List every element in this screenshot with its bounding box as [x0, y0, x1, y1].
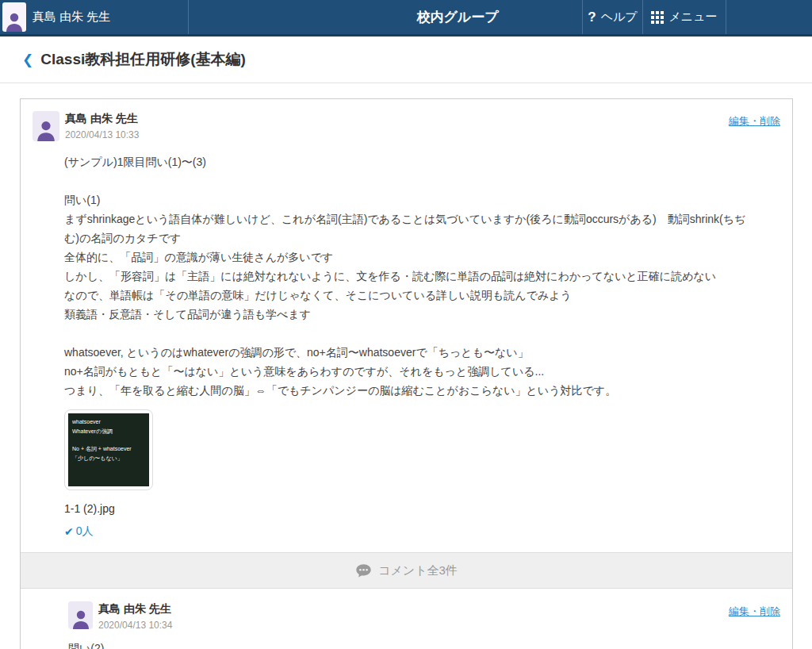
header-user[interactable]: 真島 由朱 先生	[0, 0, 189, 34]
post-body: (サンプル)1限目問い(1)〜(3) 問い(1) まずshrinkageという語…	[64, 152, 756, 400]
post-body-line: 全体的に、「品詞」の意識が薄い生徒さんが多いです	[64, 248, 756, 267]
attachment-preview-image: whatsoever Whateverの強調 No + 名詞 + whatsoe…	[68, 413, 149, 486]
post-body-line	[64, 171, 756, 190]
comment-bubble-icon	[355, 563, 372, 579]
post-author-info: 真島 由朱 先生 2020/04/13 10:33	[65, 111, 139, 140]
help-button[interactable]: ? ヘルプ	[582, 0, 642, 34]
comment-author-avatar-icon	[68, 601, 93, 629]
question-mark-icon: ?	[588, 10, 596, 25]
back-chevron-icon[interactable]: ❮	[22, 52, 33, 68]
header-user-name: 真島 由朱 先生	[33, 10, 110, 25]
post-body-line: no+名詞がもともと「〜はない」という意味をあらわすのですが、それをもっと強調し…	[64, 362, 756, 381]
post-body-line: しかし、「形容詞」は「主語」には絶対なれないように、文を作る・読む際に単語の品詞…	[64, 267, 756, 286]
post-body-line: まずshrinkageという語自体が難しいけど、これが名詞(主語)であることは気…	[64, 209, 756, 248]
post-author-name: 真島 由朱 先生	[65, 112, 139, 126]
post-body-line: 類義語・反意語・そして品詞が違う語も学べます	[64, 305, 756, 324]
main-content: 真島 由朱 先生 2020/04/13 10:33 編集・削除 (サンプル)1限…	[0, 83, 812, 649]
attachment-thumbnail[interactable]: whatsoever Whateverの強調 No + 名詞 + whatsoe…	[64, 409, 780, 490]
post-body-line: なので、単語帳は「その単語の意味」だけじゃなくて、そこについている詳しい説明も読…	[64, 286, 756, 305]
attachment-filename: 1-1 (2).jpg	[64, 502, 780, 515]
comment-count-label: コメント全3件	[378, 563, 458, 578]
header-spacer	[726, 0, 812, 34]
attachment-thumbnail-frame: whatsoever Whateverの強調 No + 名詞 + whatsoe…	[64, 409, 153, 490]
help-label: ヘルプ	[601, 10, 638, 25]
post-card: 真島 由朱 先生 2020/04/13 10:33 編集・削除 (サンプル)1限…	[20, 98, 793, 649]
comment-timestamp: 2020/04/13 10:34	[98, 620, 172, 631]
attachment-preview-line	[72, 437, 145, 443]
post-body-line: whatsoever, というのはwhateverの強調の形で、no+名詞〜wh…	[64, 343, 756, 362]
comment-item: 真島 由朱 先生 2020/04/13 10:34 編集・削除 問い(2)	[21, 589, 792, 649]
post: 真島 由朱 先生 2020/04/13 10:33 編集・削除 (サンプル)1限…	[21, 99, 792, 539]
post-author-avatar-icon	[33, 111, 59, 141]
menu-label: メニュー	[668, 10, 717, 25]
attachment-preview-line: 「少しの〜もない」	[72, 455, 145, 462]
post-body-line: (サンプル)1限目問い(1)〜(3)	[64, 152, 756, 171]
page-title: Classi教科担任用研修(基本編)	[40, 49, 246, 70]
comment-body: 問い(2)	[68, 642, 780, 649]
menu-button[interactable]: メニュー	[642, 0, 726, 34]
comment-author-info: 真島 由朱 先生 2020/04/13 10:34	[98, 601, 172, 631]
menu-grid-icon	[651, 11, 664, 24]
attachment-preview-line: Whateverの強調	[72, 428, 145, 435]
header-actions: ? ヘルプ メニュー	[582, 0, 812, 34]
post-body-line: 問い(1)	[64, 190, 756, 209]
post-body-line	[64, 324, 756, 343]
attachment-preview-line: No + 名詞 + whatsoever	[72, 445, 145, 452]
post-edit-delete-link[interactable]: 編集・削除	[729, 111, 780, 129]
top-nav-bar: 真島 由朱 先生 校内グループ ? ヘルプ メニュー	[0, 0, 812, 36]
post-body-line: つまり、「年を取ると縮む人間の脳」⇔「でもチンパンジーの脳は縮むことがおこらない…	[64, 381, 756, 400]
likes-count: 0人	[76, 524, 94, 539]
check-icon: ✔	[64, 525, 74, 538]
post-timestamp: 2020/04/13 10:33	[65, 129, 139, 140]
comment-edit-delete-link[interactable]: 編集・削除	[729, 601, 780, 619]
likes-link[interactable]: ✔ 0人	[64, 524, 94, 539]
comment-count-bar: コメント全3件	[21, 552, 792, 589]
comment-author-name: 真島 由朱 先生	[98, 602, 172, 616]
user-avatar-icon	[2, 2, 26, 32]
comment-header: 真島 由朱 先生 2020/04/13 10:34 編集・削除	[68, 601, 780, 631]
page-title-bar: ❮ Classi教科担任用研修(基本編)	[0, 36, 812, 83]
attachment-preview-line: whatsoever	[72, 418, 145, 425]
post-header: 真島 由朱 先生 2020/04/13 10:33 編集・削除	[33, 111, 780, 141]
